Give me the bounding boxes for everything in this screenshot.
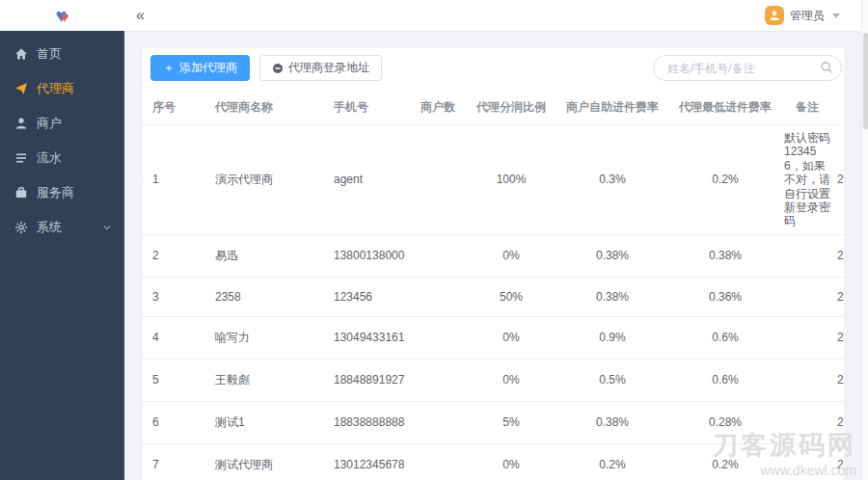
cell-remark	[780, 401, 834, 443]
cell-extra: 2	[834, 234, 844, 277]
agents-card: ＋ 添加代理商 代理商登录地址	[143, 48, 844, 480]
cell-merchants	[408, 359, 468, 401]
sidebar-item-label: 代理商	[37, 80, 74, 97]
cell-merchants	[408, 277, 468, 316]
caret-down-icon	[832, 13, 840, 18]
search-input[interactable]	[653, 55, 842, 81]
cell-phone: 13012345678	[326, 443, 408, 480]
sidebar: 首页 代理商 商户 流水 服务商	[0, 31, 124, 480]
agent-login-url-label: 代理商登录地址	[288, 60, 369, 76]
cell-ratio: 50%	[468, 277, 555, 316]
search-icon	[820, 61, 833, 74]
cell-merchant_rate: 0.38%	[555, 401, 670, 443]
cell-merchants	[408, 316, 468, 359]
collapse-sidebar-button[interactable]: «	[136, 7, 145, 24]
cell-agent_rate: 0.2%	[670, 125, 780, 235]
cell-ratio: 100%	[468, 125, 555, 235]
sidebar-item-label: 流水	[37, 149, 62, 167]
cell-phone: 13800138000	[326, 234, 408, 277]
column-header-agent_rate: 代理最低进件费率	[670, 91, 780, 125]
avatar	[765, 6, 784, 25]
sidebar-item-label: 首页	[37, 45, 62, 63]
person-icon	[768, 9, 781, 22]
cell-merchant_rate: 0.3%	[555, 125, 670, 235]
sidebar-item-home[interactable]: 首页	[0, 37, 124, 71]
table-row: 7测试代理商130123456780%0.2%0.2%2	[143, 443, 844, 480]
cell-seq: 3	[143, 277, 207, 316]
add-agent-label: 添加代理商	[179, 60, 237, 76]
table-row: 3235812345650%0.38%0.36%2	[143, 277, 844, 316]
cell-merchants	[408, 401, 468, 443]
cell-merchant_rate: 0.38%	[555, 277, 670, 316]
column-header-seq: 序号	[143, 91, 207, 125]
sidebar-item-agents[interactable]: 代理商	[0, 71, 124, 106]
cell-ratio: 0%	[468, 234, 555, 277]
cell-merchant_rate: 0.2%	[555, 443, 670, 480]
sidebar-item-system[interactable]: 系统	[0, 210, 124, 245]
add-agent-button[interactable]: ＋ 添加代理商	[150, 55, 250, 81]
cell-extra: 2	[834, 316, 844, 359]
cell-extra: 2	[834, 443, 844, 480]
sidebar-item-label: 服务商	[37, 184, 74, 201]
cell-agent_rate: 0.6%	[670, 316, 780, 359]
column-header-phone: 手机号	[326, 91, 408, 125]
cell-name: 测试代理商	[207, 443, 326, 480]
cell-name: 2358	[207, 277, 326, 316]
plus-icon: ＋	[163, 60, 175, 76]
cell-phone: 18838888888	[326, 401, 408, 443]
user-name: 管理员	[790, 8, 825, 24]
scrollbar-track[interactable]	[861, 0, 868, 480]
send-icon	[14, 82, 28, 95]
cell-phone: agent	[326, 125, 408, 235]
table-row: 1演示代理商agent100%0.3%0.2%默认密码123456，如果不对，请…	[143, 125, 844, 235]
chevron-down-icon	[101, 222, 113, 233]
user-menu[interactable]: 管理员	[765, 6, 840, 25]
column-header-merchant_rate: 商户自助进件费率	[555, 91, 670, 125]
cell-seq: 1	[143, 125, 207, 235]
table-row: 5王毅彪188488919270%0.5%0.6%2	[143, 359, 844, 401]
cell-ratio: 0%	[468, 443, 555, 480]
cell-remark: 默认密码123456，如果不对，请自行设置新登录密码	[780, 125, 834, 235]
column-header-merchants: 商户数	[408, 91, 468, 125]
cell-agent_rate: 0.2%	[670, 443, 780, 480]
briefcase-icon	[14, 186, 28, 200]
cell-remark	[780, 234, 834, 277]
cell-agent_rate: 0.6%	[670, 359, 780, 401]
cell-seq: 5	[143, 359, 207, 401]
table-row: 6测试1188388888885%0.38%0.28%2	[143, 401, 844, 443]
scrollbar-thumb[interactable]	[863, 33, 868, 129]
column-header-extra	[834, 91, 844, 125]
sidebar-item-providers[interactable]: 服务商	[0, 175, 124, 210]
cell-extra: 2	[834, 401, 844, 443]
sidebar-item-transactions[interactable]: 流水	[0, 141, 124, 175]
sidebar-item-label: 系统	[37, 219, 62, 236]
topbar: ♥♥ « 管理员	[0, 0, 861, 31]
cell-seq: 7	[143, 443, 207, 480]
cell-remark	[780, 443, 834, 480]
cell-agent_rate: 0.36%	[670, 277, 780, 316]
user-icon	[14, 117, 28, 130]
cell-remark	[780, 316, 834, 359]
cell-phone: 13049433161	[326, 316, 408, 359]
sidebar-item-merchants[interactable]: 商户	[0, 106, 124, 141]
cell-agent_rate: 0.38%	[670, 234, 780, 277]
table-header-row: 序号代理商名称手机号商户数代理分润比例商户自助进件费率代理最低进件费率备注	[143, 91, 844, 125]
cell-merchant_rate: 0.9%	[555, 316, 670, 359]
logo-box: ♥♥	[0, 6, 124, 25]
cell-merchant_rate: 0.38%	[555, 234, 670, 277]
cell-remark	[780, 359, 834, 401]
cell-extra: 2	[834, 359, 844, 401]
cell-name: 演示代理商	[207, 125, 326, 235]
cell-agent_rate: 0.28%	[670, 401, 780, 443]
link-icon	[272, 63, 284, 74]
cell-seq: 2	[143, 234, 207, 277]
cell-extra: 2	[834, 125, 844, 235]
cell-seq: 4	[143, 316, 207, 359]
cell-seq: 6	[143, 401, 207, 443]
cell-ratio: 0%	[468, 316, 555, 359]
column-header-ratio: 代理分润比例	[468, 91, 555, 125]
agents-table: 序号代理商名称手机号商户数代理分润比例商户自助进件费率代理最低进件费率备注 1演…	[143, 91, 844, 480]
cell-remark	[780, 277, 834, 316]
agent-login-url-button[interactable]: 代理商登录地址	[259, 55, 382, 81]
gear-icon	[14, 221, 28, 234]
